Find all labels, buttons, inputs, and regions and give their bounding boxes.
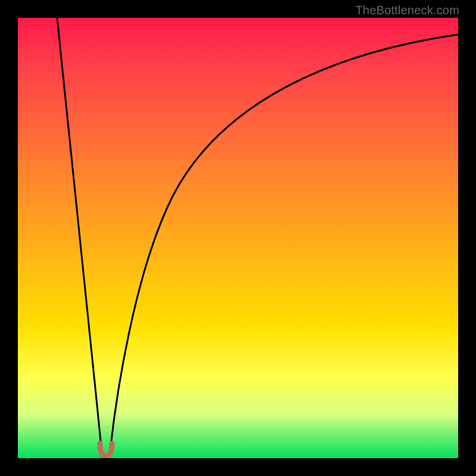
curves-layer: [18, 18, 458, 458]
plot-area: [18, 18, 458, 458]
chart-frame: TheBottleneck.com: [0, 0, 476, 476]
watermark-text: TheBottleneck.com: [355, 4, 459, 17]
valley-marker-icon: [100, 443, 112, 456]
curve-left-branch: [57, 18, 101, 446]
curve-right-branch: [111, 35, 458, 446]
